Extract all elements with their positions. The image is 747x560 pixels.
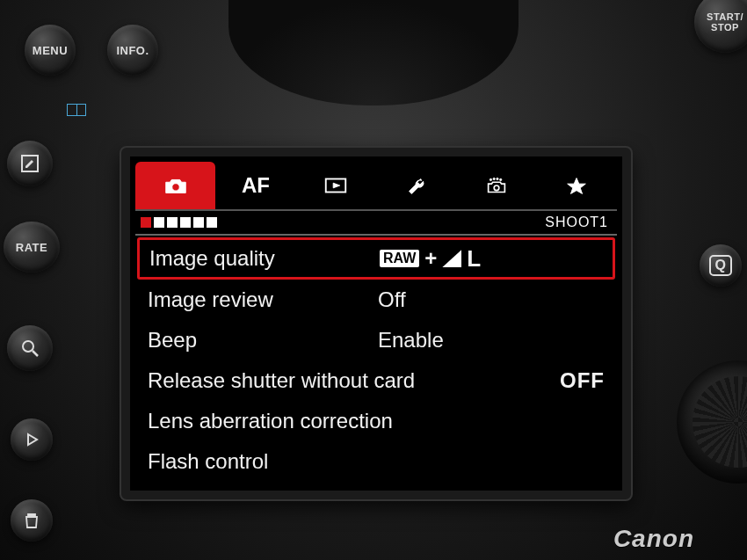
tab-playback[interactable] xyxy=(296,162,376,209)
svg-point-11 xyxy=(500,178,502,180)
menu-button-label: MENU xyxy=(33,44,68,57)
svg-point-8 xyxy=(490,178,491,180)
menu-row-beep[interactable]: BeepEnable xyxy=(135,320,617,360)
svg-point-10 xyxy=(497,178,498,179)
playback-button[interactable] xyxy=(11,418,53,461)
tab-af[interactable]: AF xyxy=(215,162,295,209)
creative-mode-button[interactable] xyxy=(7,141,53,186)
lcd-content: AF SHOOT1 Image qualityRAW+LImage review… xyxy=(135,162,617,485)
menu-row-label: Image review xyxy=(148,287,376,312)
svg-marker-6 xyxy=(334,183,341,188)
svg-point-4 xyxy=(171,184,178,191)
multi-frame-icon xyxy=(67,104,86,116)
quality-fine-icon xyxy=(442,250,461,267)
star-icon xyxy=(563,174,590,197)
start-stop-label: START/ STOP xyxy=(707,11,743,33)
menu-row-image-quality[interactable]: Image qualityRAW+L xyxy=(137,237,615,280)
tab-mymenu[interactable] xyxy=(537,162,617,209)
menu-row-image-review[interactable]: Image reviewOff xyxy=(135,280,617,320)
quick-menu-label: Q xyxy=(709,255,733,276)
info-button[interactable]: INFO. xyxy=(107,25,158,76)
sub-page-label: SHOOT1 xyxy=(545,215,608,230)
size-letter: L xyxy=(467,245,481,273)
tab-setup[interactable] xyxy=(376,162,456,209)
viewfinder-hump xyxy=(228,0,519,105)
svg-point-9 xyxy=(493,178,495,179)
trash-icon xyxy=(21,510,42,531)
sub-page-dot[interactable] xyxy=(141,217,151,228)
magnify-button[interactable] xyxy=(7,325,53,371)
sub-page-dot[interactable] xyxy=(167,217,178,228)
start-stop-button[interactable]: START/ STOP xyxy=(694,0,747,53)
menu-row-flash-control[interactable]: Flash control xyxy=(135,441,617,482)
rate-button-label: RATE xyxy=(16,241,47,254)
delete-button[interactable] xyxy=(11,499,53,542)
svg-point-1 xyxy=(23,341,33,352)
menu-button[interactable]: MENU xyxy=(25,25,76,76)
menu-row-value: RAW+L xyxy=(380,245,481,273)
svg-line-2 xyxy=(33,351,38,356)
svg-point-7 xyxy=(494,185,499,191)
plus-icon: + xyxy=(424,246,437,271)
rate-button[interactable]: RATE xyxy=(4,222,60,273)
sub-page-row: SHOOT1 xyxy=(135,211,617,234)
info-button-label: INFO. xyxy=(116,44,149,57)
sub-page-dot[interactable] xyxy=(207,217,217,228)
lcd-screen: AF SHOOT1 Image qualityRAW+LImage review… xyxy=(121,148,631,499)
quick-menu-button[interactable]: Q xyxy=(700,244,742,287)
menu-tab-row: AF xyxy=(135,162,617,211)
menu-row-value: OFF xyxy=(560,368,605,393)
tab-custom[interactable] xyxy=(456,162,536,209)
menu-row-label: Lens aberration correction xyxy=(148,409,393,433)
magnifier-icon xyxy=(19,338,40,359)
camera-icon xyxy=(163,174,189,197)
sub-page-dot[interactable] xyxy=(180,217,191,228)
sub-page-dot[interactable] xyxy=(154,217,164,228)
menu-row-label: Flash control xyxy=(148,449,376,474)
raw-badge: RAW xyxy=(380,250,419,267)
wrench-icon xyxy=(403,174,430,197)
menu-list: Image qualityRAW+LImage reviewOffBeepEna… xyxy=(135,236,617,485)
brand-logo: Canon xyxy=(613,525,694,553)
menu-row-value: Enable xyxy=(378,328,444,353)
menu-row-label: Image quality xyxy=(149,246,378,271)
menu-row-release-shutter-without-card[interactable]: Release shutter without cardOFF xyxy=(135,360,617,401)
menu-row-lens-aberration-correction[interactable]: Lens aberration correction xyxy=(135,401,617,441)
tab-shoot[interactable] xyxy=(135,162,215,209)
sub-page-dots[interactable] xyxy=(141,217,217,228)
play-rect-icon xyxy=(323,174,349,197)
menu-row-label: Beep xyxy=(148,328,376,353)
svg-marker-12 xyxy=(568,178,586,194)
menu-row-value: Off xyxy=(378,287,406,312)
svg-marker-3 xyxy=(28,434,37,445)
sub-page-dot[interactable] xyxy=(193,217,204,228)
play-icon xyxy=(21,429,42,450)
pencil-in-box-icon xyxy=(19,153,40,174)
menu-row-label: Release shutter without card xyxy=(148,368,415,393)
tab-af-label: AF xyxy=(242,173,270,198)
rear-control-dial[interactable] xyxy=(677,360,747,484)
camera-dots-icon xyxy=(483,174,510,197)
